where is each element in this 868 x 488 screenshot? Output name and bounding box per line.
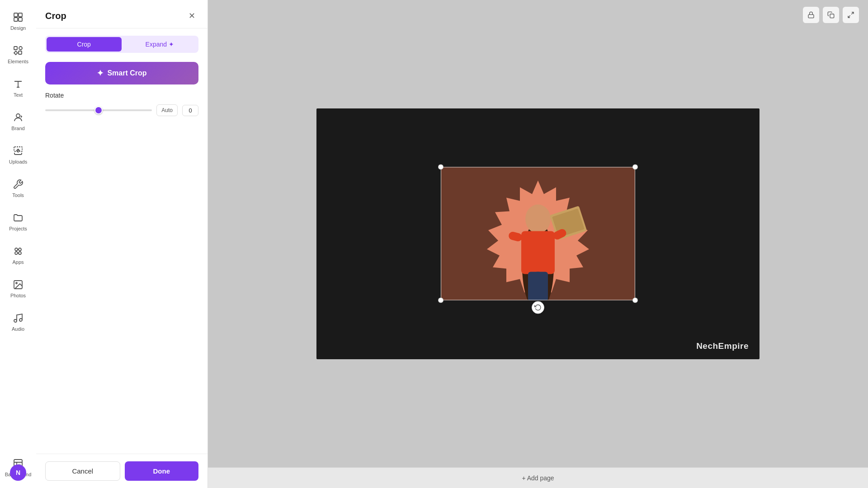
- panel-footer: Cancel Done: [36, 454, 208, 488]
- sidebar-item-label: Design: [10, 25, 26, 31]
- user-avatar[interactable]: N: [10, 465, 26, 481]
- apps-icon: [12, 245, 24, 258]
- sidebar-item-design[interactable]: Design: [2, 5, 34, 37]
- svg-point-5: [19, 47, 22, 50]
- sidebar-item-tools[interactable]: Tools: [2, 172, 34, 204]
- crop-selection: [441, 167, 635, 300]
- brand-icon: [12, 111, 24, 124]
- sidebar-item-label: Uploads: [9, 159, 27, 164]
- svg-rect-4: [14, 47, 17, 50]
- svg-point-18: [19, 319, 22, 321]
- photos-icon: [12, 278, 24, 291]
- smart-crop-icon: ✦: [97, 68, 104, 78]
- sidebar-item-elements[interactable]: Elements: [2, 38, 34, 70]
- watermark-text: NechEmpire: [696, 341, 749, 351]
- rotate-auto-button[interactable]: Auto: [156, 104, 178, 116]
- rotate-handle[interactable]: [532, 301, 544, 314]
- cancel-button[interactable]: Cancel: [45, 461, 120, 481]
- add-page-bar[interactable]: + Add page: [208, 467, 868, 488]
- smart-crop-label: Smart Crop: [107, 69, 146, 77]
- svg-point-11: [15, 252, 18, 254]
- canvas-frame: NechEmpire + Add page: [208, 0, 868, 488]
- sidebar-item-brand[interactable]: Brand: [2, 105, 34, 137]
- uploads-icon: [12, 145, 24, 157]
- sidebar-item-projects[interactable]: Projects: [2, 205, 34, 238]
- lock-button[interactable]: [803, 7, 819, 23]
- sidebar-item-apps[interactable]: Apps: [2, 239, 34, 271]
- projects-icon: [12, 211, 24, 224]
- svg-point-7: [16, 114, 20, 117]
- tab-expand[interactable]: Expand ✦: [123, 37, 198, 52]
- canvas-inner: NechEmpire: [208, 0, 868, 488]
- svg-rect-1: [19, 13, 22, 17]
- svg-point-10: [19, 248, 21, 251]
- copy-button[interactable]: [823, 7, 839, 23]
- sidebar-item-label: Elements: [8, 59, 28, 64]
- svg-point-17: [14, 319, 17, 322]
- svg-rect-2: [14, 18, 18, 21]
- rotate-label: Rotate: [45, 92, 198, 99]
- add-page-text: + Add page: [522, 474, 554, 482]
- svg-rect-3: [19, 18, 22, 21]
- crop-handle-bottom-right[interactable]: [632, 298, 638, 303]
- sidebar-item-label: Audio: [12, 326, 24, 332]
- tools-icon: [12, 178, 24, 191]
- rotate-section: Rotate Auto: [36, 92, 208, 116]
- smart-crop-button[interactable]: ✦ Smart Crop: [45, 62, 198, 84]
- sidebar-item-audio[interactable]: Audio: [2, 305, 34, 338]
- sidebar-item-label: Photos: [10, 293, 26, 298]
- crop-panel: Crop ✕ Crop Expand ✦ ✦ Smart Crop Rotate…: [36, 0, 208, 488]
- rotate-icon: [534, 304, 542, 311]
- sidebar-item-label: Apps: [12, 259, 24, 265]
- expand-button[interactable]: [843, 7, 859, 23]
- svg-rect-32: [534, 272, 548, 300]
- panel-title: Crop: [45, 11, 66, 21]
- rotate-slider[interactable]: [45, 109, 152, 111]
- crop-handle-bottom-left[interactable]: [438, 298, 443, 303]
- panel-header: Crop ✕: [36, 0, 208, 28]
- close-button[interactable]: ✕: [185, 9, 198, 23]
- design-icon: [12, 11, 24, 23]
- sidebar: Design Elements Text Br: [0, 0, 36, 488]
- audio-icon: [12, 312, 24, 324]
- person-svg: [441, 167, 635, 300]
- svg-point-25: [525, 205, 551, 234]
- expand-label: Expand ✦: [146, 41, 174, 48]
- elements-icon: [12, 44, 24, 57]
- svg-rect-0: [14, 13, 18, 17]
- svg-rect-6: [19, 51, 22, 54]
- sidebar-item-text[interactable]: Text: [2, 71, 34, 104]
- done-button[interactable]: Done: [125, 461, 199, 481]
- expand-icon: [847, 11, 854, 19]
- svg-rect-26: [521, 231, 555, 274]
- crop-handle-top-left[interactable]: [438, 164, 443, 170]
- svg-rect-29: [508, 231, 523, 242]
- watermark: NechEmpire: [696, 341, 749, 351]
- tab-crop[interactable]: Crop: [47, 37, 122, 52]
- sidebar-item-label: Brand: [11, 126, 24, 131]
- svg-rect-21: [808, 14, 814, 18]
- sidebar-item-uploads[interactable]: Uploads: [2, 138, 34, 171]
- sidebar-item-label: Text: [14, 92, 23, 98]
- rotate-value-input[interactable]: [182, 105, 198, 116]
- svg-point-16: [16, 282, 17, 284]
- svg-point-9: [15, 248, 18, 251]
- canvas-toolbar: [803, 7, 859, 23]
- rotate-controls: Auto: [45, 104, 198, 116]
- tab-group: Crop Expand ✦: [45, 36, 198, 53]
- copy-icon: [827, 11, 835, 19]
- sidebar-item-label: Tools: [12, 192, 24, 198]
- svg-rect-22: [830, 14, 834, 18]
- svg-point-12: [19, 252, 21, 254]
- sidebar-item-label: Projects: [9, 226, 27, 231]
- sidebar-item-photos[interactable]: Photos: [2, 272, 34, 305]
- lock-icon: [807, 11, 815, 19]
- text-icon: [12, 78, 24, 90]
- canvas-scene: NechEmpire: [316, 108, 760, 359]
- crop-handle-top-right[interactable]: [632, 164, 638, 170]
- image-container: [441, 167, 635, 300]
